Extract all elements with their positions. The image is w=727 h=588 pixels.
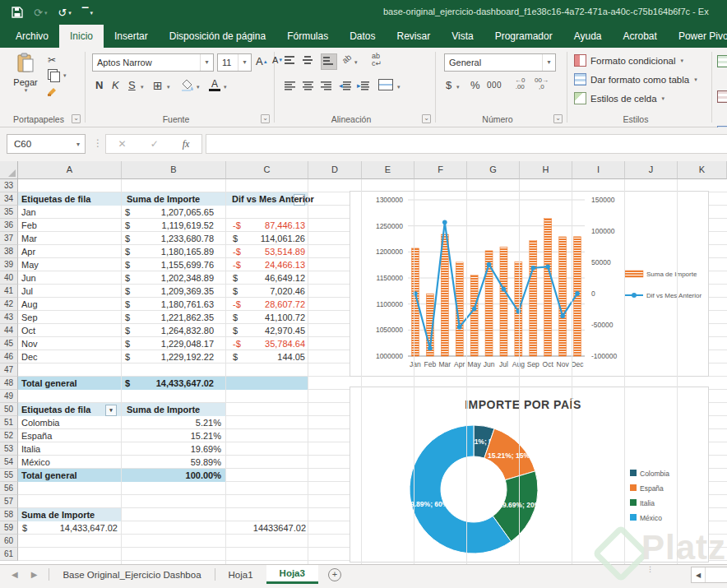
row-header-55[interactable]: 55 bbox=[0, 469, 18, 482]
table-row[interactable]: México59.89% bbox=[18, 456, 226, 469]
merge-dropdown[interactable]: ▾ bbox=[397, 84, 401, 90]
table-row[interactable]: Italia19.69% bbox=[18, 442, 226, 456]
accounting-format-icon[interactable]: $ bbox=[446, 79, 451, 91]
copy-icon[interactable] bbox=[48, 69, 58, 80]
name-box[interactable]: C60 ▾ bbox=[7, 134, 86, 154]
table-row[interactable]: Etiquetas de fila▾Suma de Importe bbox=[18, 403, 226, 416]
accounting-dropdown[interactable]: ▾ bbox=[456, 84, 460, 90]
increase-indent-icon[interactable]: ▸ bbox=[357, 81, 369, 90]
ribbon-tab-11[interactable]: Power Pivot bbox=[668, 25, 727, 48]
table-row[interactable]: Total general$14,433,647.02 bbox=[18, 377, 308, 390]
align-right-icon[interactable] bbox=[321, 81, 332, 90]
ribbon-tab-6[interactable]: Revisar bbox=[387, 25, 442, 48]
pivot-table-monthly[interactable]: Etiquetas de fila↓Suma de ImporteDif vs … bbox=[18, 192, 308, 377]
increase-font-icon[interactable]: A▲ bbox=[256, 55, 268, 67]
column-header-I[interactable]: I bbox=[572, 161, 625, 179]
row-header-57[interactable]: 57 bbox=[0, 495, 18, 508]
row-header-49[interactable]: 49 bbox=[0, 390, 18, 403]
font-color-icon[interactable]: A bbox=[209, 78, 220, 90]
column-header-A[interactable]: A bbox=[18, 161, 122, 179]
row-header-33[interactable]: 33 bbox=[0, 179, 18, 192]
row-header-51[interactable]: 51 bbox=[0, 416, 18, 429]
table-row[interactable]: Etiquetas de fila↓Suma de ImporteDif vs … bbox=[18, 192, 308, 206]
filter-dropdown-icon[interactable]: ▾ bbox=[105, 405, 117, 416]
table-row[interactable]: Jan$1,207,065.65 bbox=[18, 206, 308, 219]
table-row[interactable]: Aug$1,180,761.63-$28,607.72 bbox=[18, 298, 308, 311]
row-header-59[interactable]: 59 bbox=[0, 521, 18, 535]
row-header-45[interactable]: 45 bbox=[0, 337, 18, 350]
new-sheet-button[interactable]: + bbox=[318, 565, 351, 584]
row-header-38[interactable]: 38 bbox=[0, 245, 18, 258]
table-row[interactable]: May$1,155,699.76-$24,466.13 bbox=[18, 258, 308, 271]
sheet-next-icon[interactable]: ▶ bbox=[31, 570, 38, 579]
font-color-dropdown[interactable]: ▾ bbox=[224, 84, 227, 90]
donut-chart[interactable]: IMPORTE POR PAÍS5.21%; 5%15.21%; 15%19.6… bbox=[350, 387, 709, 563]
row-header-36[interactable]: 36 bbox=[0, 219, 18, 232]
column-header-H[interactable]: H bbox=[520, 161, 572, 179]
delete-cells-icon[interactable] bbox=[717, 90, 727, 103]
row-header-39[interactable]: 39 bbox=[0, 258, 18, 271]
percent-style-icon[interactable]: % bbox=[470, 79, 480, 91]
column-header-G[interactable]: G bbox=[467, 161, 520, 179]
clipboard-dialog-launcher[interactable]: ⌄ bbox=[72, 114, 81, 123]
table-row[interactable]: Suma de Importe bbox=[18, 508, 122, 521]
italic-button[interactable]: K bbox=[112, 79, 119, 91]
font-dialog-launcher[interactable]: ⌄ bbox=[261, 114, 270, 123]
table-row[interactable]: Feb$1,119,619.52-$87,446.13 bbox=[18, 219, 308, 232]
row-header-48[interactable]: 48 bbox=[0, 377, 18, 390]
pivot-table-country[interactable]: Etiquetas de fila▾Suma de ImporteColombi… bbox=[18, 403, 226, 482]
insert-function-icon[interactable]: fx bbox=[183, 138, 190, 150]
paste-button[interactable]: Pegar ▾ bbox=[8, 53, 43, 110]
table-row[interactable]: Sep$1,221,862.35$41,100.72 bbox=[18, 311, 308, 324]
orientation-icon[interactable]: ab bbox=[340, 53, 354, 66]
merge-center-icon[interactable] bbox=[378, 79, 393, 90]
enter-icon[interactable]: ✓ bbox=[150, 138, 159, 150]
underline-dropdown[interactable]: ▾ bbox=[141, 84, 144, 90]
ribbon-tab-10[interactable]: Acrobat bbox=[613, 25, 668, 48]
wrap-text-icon[interactable]: abc↵ bbox=[372, 53, 382, 67]
combo-chart[interactable]: 1300000125000012000001150000110000010500… bbox=[350, 191, 709, 377]
decrease-indent-icon[interactable]: ◂ bbox=[339, 81, 351, 90]
fill-color-icon[interactable] bbox=[181, 79, 194, 95]
table-row[interactable]: Oct$1,264,832.80$42,970.45 bbox=[18, 324, 308, 337]
sheet-prev-icon[interactable]: ◀ bbox=[12, 570, 18, 579]
ribbon-tab-3[interactable]: Disposición de página bbox=[159, 25, 276, 48]
row-header-54[interactable]: 54 bbox=[0, 456, 18, 469]
format-as-table-button[interactable]: Dar formato como tabla▾ bbox=[574, 73, 697, 86]
ribbon-tab-5[interactable]: Datos bbox=[339, 25, 386, 48]
font-size-select[interactable]: 11▾ bbox=[217, 53, 252, 72]
copy-dropdown[interactable]: ▾ bbox=[63, 72, 67, 79]
column-header-C[interactable]: C bbox=[226, 161, 308, 179]
column-header-D[interactable]: D bbox=[308, 161, 362, 179]
table-row[interactable]: Jul$1,209,369.35$7,020.46 bbox=[18, 285, 308, 298]
ribbon-tab-8[interactable]: Programador bbox=[484, 25, 563, 48]
row-header-35[interactable]: 35 bbox=[0, 206, 18, 219]
sheet-tab-hoja3[interactable]: Hoja3 bbox=[266, 565, 318, 584]
row-header-53[interactable]: 53 bbox=[0, 442, 18, 456]
table-row[interactable]: Dec$1,229,192.22$144.05 bbox=[18, 350, 308, 363]
sheet-grid[interactable]: Etiquetas de fila↓Suma de ImporteDif vs … bbox=[18, 179, 727, 564]
fill-color-dropdown[interactable]: ▾ bbox=[197, 84, 200, 90]
column-header-E[interactable]: E bbox=[362, 161, 414, 179]
row-header-60[interactable]: 60 bbox=[0, 535, 18, 548]
ribbon-tab-2[interactable]: Insertar bbox=[104, 25, 159, 48]
table-row[interactable]: $14,433,647.0214433647.02 bbox=[18, 521, 308, 535]
font-name-select[interactable]: Aptos Narrow▾ bbox=[92, 53, 214, 72]
align-bottom-icon[interactable] bbox=[321, 53, 337, 70]
name-box-dropdown[interactable]: ▾ bbox=[76, 141, 85, 148]
column-header-B[interactable]: B bbox=[122, 161, 226, 179]
number-format-select[interactable]: General▾ bbox=[444, 53, 556, 72]
sheet-tab-hoja1[interactable]: Hoja1 bbox=[215, 565, 266, 584]
orientation-dropdown[interactable]: ▾ bbox=[354, 59, 358, 66]
table-row[interactable]: Total general100.00% bbox=[18, 469, 226, 482]
column-header-F[interactable]: F bbox=[414, 161, 467, 179]
formula-input[interactable] bbox=[206, 134, 727, 154]
align-top-icon[interactable] bbox=[285, 56, 296, 66]
redo-icon[interactable]: ⟳▾ bbox=[34, 7, 47, 18]
ribbon-tab-0[interactable]: Archivo bbox=[5, 25, 59, 48]
table-row[interactable]: Nov$1,229,048.17-$35,784.64 bbox=[18, 337, 308, 350]
table-row[interactable]: Apr$1,180,165.89-$53,514.89 bbox=[18, 245, 308, 258]
table-row[interactable]: Jun$1,202,348.89$46,649.12 bbox=[18, 271, 308, 285]
ribbon-tab-7[interactable]: Vista bbox=[441, 25, 484, 48]
row-header-41[interactable]: 41 bbox=[0, 285, 18, 298]
